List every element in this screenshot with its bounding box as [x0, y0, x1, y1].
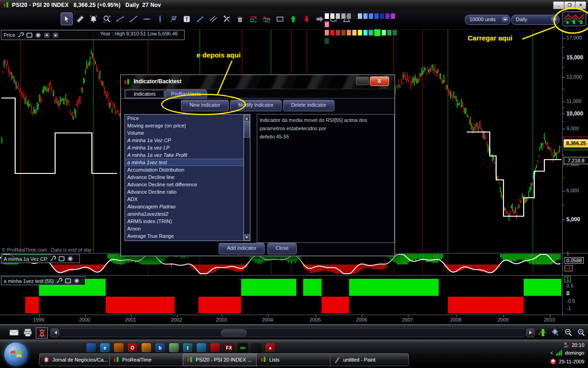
horizontal-scrollbar[interactable] — [59, 328, 526, 337]
color-swatch[interactable] — [368, 29, 373, 36]
fxpro-icon[interactable]: FX — [224, 343, 234, 352]
timeframe-dropdown[interactable]: Daily — [511, 15, 560, 25]
zoom-selection-icon[interactable] — [549, 328, 560, 338]
color-swatch[interactable] — [324, 13, 329, 19]
color-swatch[interactable] — [330, 13, 335, 19]
indicator-list-item[interactable]: Price — [125, 115, 243, 122]
tray-expand-icon[interactable]: < — [550, 351, 553, 356]
taskbar-button[interactable]: PSI20 - PSI 20 INDEX ... — [183, 353, 262, 366]
water-drop-icon[interactable] — [197, 343, 206, 352]
color-swatch[interactable] — [357, 29, 362, 36]
counter-icon[interactable]: 200 — [238, 343, 248, 352]
chevron-down-icon[interactable] — [502, 17, 509, 23]
indicator-list-item[interactable]: Average True Range — [125, 232, 243, 240]
indicator-list-item[interactable]: A minha 1a vez Take Profit — [125, 151, 243, 159]
dialog-close-footer-button[interactable]: Close — [267, 243, 297, 254]
color-swatch[interactable] — [363, 13, 368, 19]
tool-ruler[interactable] — [74, 12, 86, 25]
dialog-close-button[interactable]: X — [370, 76, 389, 86]
opera-icon[interactable]: O — [128, 343, 137, 352]
delete-indicator-button[interactable]: Delete indicator — [283, 100, 334, 111]
tab-indicators[interactable]: Indicators — [124, 89, 165, 99]
tool-cross-marker[interactable] — [114, 12, 126, 25]
units-dropdown[interactable]: 10000 units — [465, 15, 510, 25]
color-swatch[interactable] — [346, 13, 351, 19]
tab-probacktests[interactable]: ProBacktests — [165, 89, 207, 99]
tool-delete-tool[interactable] — [234, 12, 246, 25]
tool-text-tool[interactable]: T — [181, 12, 192, 25]
avira-icon[interactable] — [550, 358, 556, 365]
detach-window-icon[interactable] — [58, 256, 65, 262]
tool-retracement[interactable] — [167, 12, 179, 25]
scrollbar-handle[interactable] — [221, 329, 247, 336]
b-app-icon[interactable]: b — [155, 343, 165, 352]
color-swatch[interactable] — [335, 13, 340, 19]
indicator-list-scrollbar[interactable] — [243, 114, 250, 241]
avira-icon[interactable] — [210, 343, 220, 352]
color-swatch[interactable] — [352, 13, 357, 19]
taskbar-button[interactable]: ProRealTime — [109, 353, 188, 366]
tool-trend-line[interactable] — [127, 12, 139, 25]
price-axis[interactable]: 17,00015,00013,00011,00010,0009,0007,000… — [562, 29, 588, 315]
color-swatch[interactable] — [374, 29, 381, 36]
zoom-in-icon[interactable] — [575, 328, 586, 338]
color-swatch[interactable] — [374, 13, 379, 19]
color-swatch[interactable] — [381, 29, 386, 36]
tool-arrow-down[interactable] — [300, 12, 312, 25]
messenger-icon[interactable] — [141, 343, 151, 352]
pen-tool-icon[interactable] — [252, 343, 261, 352]
color-swatch[interactable] — [330, 29, 335, 36]
indicator-list-item[interactable]: A minha 1a Vez CP — [125, 137, 243, 144]
modify-indicator-button[interactable]: Modify indicator — [230, 100, 282, 111]
move-pane-down-icon[interactable] — [52, 32, 59, 38]
close-pane-icon[interactable] — [74, 278, 80, 284]
indicator-list-item[interactable]: Advance Decline line — [125, 173, 243, 181]
scroll-down-icon[interactable] — [244, 234, 250, 241]
detach-window-icon[interactable] — [26, 32, 33, 38]
close-button[interactable]: ✕ — [575, 1, 586, 9]
tool-horizontal-line[interactable] — [141, 12, 153, 25]
time-axis[interactable]: 1999200020012002200320042005200620072008… — [0, 315, 588, 324]
indicator-list-item[interactable]: ADX — [125, 196, 243, 203]
pokerstars-icon[interactable]: ♠ — [266, 343, 275, 352]
pattern-app-icon[interactable] — [169, 343, 179, 352]
color-swatch[interactable] — [324, 21, 329, 28]
mail-icon[interactable] — [8, 328, 19, 338]
color-swatch[interactable] — [352, 29, 357, 36]
color-swatch[interactable] — [390, 13, 396, 19]
color-swatch[interactable] — [392, 29, 397, 36]
color-swatch[interactable] — [357, 13, 362, 19]
firefox-icon[interactable] — [114, 343, 124, 352]
indicator-list-item[interactable]: A minha 1a vez LP — [125, 144, 243, 151]
close-pane-icon[interactable] — [35, 32, 41, 38]
tool-arrow-up[interactable] — [287, 12, 299, 25]
indicator-list-item[interactable]: Advance Decline net difference — [125, 181, 243, 188]
indicator-window-button[interactable] — [562, 12, 586, 26]
taskbar-button[interactable]: untitled - Paint — [330, 353, 409, 366]
color-swatch[interactable] — [379, 13, 384, 19]
scroll-up-icon[interactable] — [244, 115, 250, 121]
color-swatch[interactable] — [363, 29, 368, 36]
tool-drawing-tools[interactable] — [220, 12, 232, 25]
tool-pattern-detect[interactable] — [260, 12, 272, 25]
unlink-chart-icon[interactable] — [36, 328, 48, 339]
restore-button[interactable]: ❐ — [564, 1, 575, 9]
tool-rectangle-shape[interactable] — [274, 12, 286, 25]
add-indicator-button[interactable]: Add indicator — [219, 243, 265, 254]
chevron-down-icon[interactable] — [551, 17, 558, 23]
indicator-panel-1-chart[interactable] — [0, 253, 562, 275]
dialog-minimize-button[interactable] — [356, 77, 369, 85]
indicator-list-item[interactable]: a minha 1vez test — [125, 159, 243, 166]
wrench-icon[interactable] — [50, 256, 56, 262]
color-swatch[interactable] — [324, 38, 329, 44]
wrench-icon[interactable] — [17, 32, 24, 38]
wrench-icon[interactable] — [56, 278, 62, 284]
tool-parallel-lines[interactable] — [207, 12, 219, 25]
indicator-list-item[interactable]: Alavancagem Padrao — [125, 203, 243, 210]
indicator-list-item[interactable]: Volume — [125, 129, 243, 137]
indicator-list[interactable]: PriceMoving average (on price)VolumeA mi… — [124, 114, 244, 241]
taskbar-button[interactable]: Jornal de Negócios/Ca... — [39, 353, 115, 366]
internet-explorer-icon[interactable]: e — [100, 343, 110, 352]
tool-indicator-lines[interactable] — [247, 12, 259, 25]
color-swatch[interactable] — [368, 13, 373, 19]
